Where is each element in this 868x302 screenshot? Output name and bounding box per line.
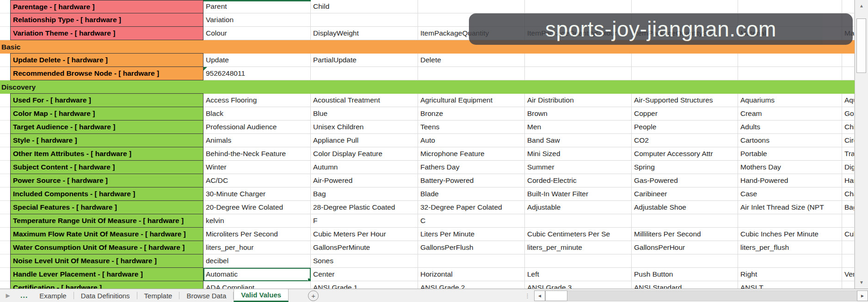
attribute-label-cell[interactable]: Used For - [ hardware ] [10, 93, 203, 107]
cell[interactable] [311, 67, 418, 80]
cell[interactable]: Case [738, 187, 842, 201]
attribute-label-cell[interactable]: Other Item Attributes - [ hardware ] [10, 147, 203, 161]
cell[interactable]: Professional Audience [203, 121, 311, 134]
cell[interactable]: 28-Degree Plastic Coated [311, 201, 418, 214]
cell[interactable]: Acoustical Treatment [311, 94, 418, 107]
cell[interactable]: Men [525, 121, 632, 134]
cell[interactable]: Center [311, 268, 418, 281]
cell[interactable]: Animals [203, 134, 311, 147]
attribute-label-cell[interactable]: Certification - [ hardware ] [10, 281, 203, 289]
cell[interactable]: Agricultural Equipment [418, 94, 525, 107]
tab-scroll-icon[interactable]: ▶ [0, 289, 16, 302]
cell[interactable]: Winter [203, 161, 311, 174]
cell[interactable]: 32-Degree Paper Colated [418, 201, 525, 214]
horizontal-scrollbar-track[interactable] [567, 290, 857, 301]
cell[interactable]: Blue [311, 107, 418, 121]
cell[interactable]: Microliters Per Second [203, 228, 311, 241]
cell[interactable]: Blade [418, 187, 525, 201]
cell[interactable] [632, 214, 738, 228]
cell[interactable]: Cream [738, 107, 842, 121]
cell[interactable]: Portable [738, 147, 842, 161]
tab-valid-values[interactable]: Valid Values [234, 289, 289, 302]
cell[interactable] [525, 214, 632, 228]
cell[interactable] [418, 67, 525, 80]
tab-overflow-ellipsis[interactable]: ... [16, 289, 32, 302]
cell[interactable]: Autumn [311, 161, 418, 174]
cell[interactable] [842, 0, 855, 13]
cell[interactable]: Charger [842, 187, 855, 201]
cell[interactable] [632, 254, 738, 268]
cell[interactable]: Bronze [418, 107, 525, 121]
attribute-label-cell[interactable]: Noise Level Unit Of Measure - [ hardware… [10, 254, 203, 268]
attribute-label-cell[interactable]: Temperature Range Unit Of Measure - [ ha… [10, 214, 203, 228]
cell[interactable]: Battery-Powered [418, 174, 525, 187]
cell[interactable]: Liters Per Minute [418, 228, 525, 241]
cell[interactable] [632, 0, 738, 13]
cell[interactable] [738, 67, 842, 80]
cell[interactable]: Update [203, 54, 311, 67]
cell[interactable]: Milliliters Per Second [632, 228, 738, 241]
cell[interactable]: Cartoons [738, 134, 842, 147]
cell[interactable]: GallonsPerHour [632, 241, 738, 254]
cell[interactable]: Hand-Powered [738, 174, 842, 187]
attribute-label-cell[interactable]: Color Map - [ hardware ] [10, 107, 203, 121]
cell[interactable]: Cubic [842, 228, 855, 241]
cell[interactable]: ANSI Standard [632, 281, 738, 289]
cell[interactable]: ANSI T [738, 281, 842, 289]
cell[interactable]: ANSI Grade 1 [311, 281, 418, 289]
cell[interactable] [525, 54, 632, 67]
attribute-label-cell[interactable]: Maximum Flow Rate Unit Of Measure - [ ha… [10, 227, 203, 241]
scroll-up-icon[interactable]: ▲ [855, 0, 868, 11]
add-sheet-button[interactable]: + [308, 290, 319, 301]
cell[interactable]: Travel [842, 147, 855, 161]
cell[interactable]: Gas-Powered [632, 174, 738, 187]
cell[interactable] [842, 214, 855, 228]
cell[interactable]: Air-Powered [311, 174, 418, 187]
cell[interactable]: Vertical [842, 268, 855, 281]
attribute-label-cell[interactable]: Water Consumption Unit Of Measure - [ ha… [10, 241, 203, 254]
cell[interactable]: liters_per_hour [203, 241, 311, 254]
cell[interactable]: CO2 [632, 134, 738, 147]
cell[interactable] [525, 0, 632, 13]
cell[interactable]: Adjustable Shoe [632, 201, 738, 214]
scroll-right-icon[interactable]: ► [857, 290, 868, 301]
cell[interactable]: Behind-the-Neck Feature [203, 147, 311, 161]
cell[interactable]: decibel [203, 254, 311, 268]
cell[interactable]: Auto [418, 134, 525, 147]
cell[interactable]: Computer Accessory Attr [632, 147, 738, 161]
cell[interactable]: Cubic Meters Per Hour [311, 228, 418, 241]
cell[interactable]: 30-Minute Charger [203, 187, 311, 201]
attribute-label-cell[interactable]: Update Delete - [ hardware ] [10, 53, 203, 67]
fill-handle[interactable] [308, 278, 311, 281]
attribute-label-cell[interactable]: Power Source - [ hardware ] [10, 174, 203, 187]
cell[interactable]: ADA Compliant [203, 281, 311, 289]
cell[interactable]: Teens [418, 121, 525, 134]
cell[interactable]: F [311, 214, 418, 228]
cell[interactable]: ANSI Grade 3 [525, 281, 632, 289]
section-band-label[interactable]: Discovery [0, 80, 855, 94]
cell[interactable]: Access Flooring [203, 94, 311, 107]
cell[interactable]: Hardwired [842, 174, 855, 187]
cell[interactable]: Mini Sized [525, 147, 632, 161]
cell[interactable] [418, 254, 525, 268]
scroll-down-icon[interactable]: ▼ [855, 277, 868, 288]
cell[interactable]: Adults [738, 121, 842, 134]
cell[interactable]: Bagger [842, 201, 855, 214]
cell[interactable]: AC/DC [203, 174, 311, 187]
tab-data-definitions[interactable]: Data Definitions [74, 289, 137, 302]
cell[interactable]: Gold [842, 107, 855, 121]
cell[interactable]: Digital [842, 161, 855, 174]
cell[interactable]: Horizontal [418, 268, 525, 281]
cell[interactable]: Air Inlet Thread Size (NPT [738, 201, 842, 214]
cell[interactable] [738, 54, 842, 67]
attribute-label-cell[interactable]: Subject Content - [ hardware ] [10, 160, 203, 174]
cell[interactable]: liters_per_minute [525, 241, 632, 254]
cell[interactable]: Black [203, 107, 311, 121]
cell[interactable]: kelvin [203, 214, 311, 228]
cell[interactable]: Children [842, 121, 855, 134]
cell[interactable]: Unisex Children [311, 121, 418, 134]
horizontal-scrollbar[interactable]: ◄ ► [534, 289, 868, 302]
cell[interactable] [525, 67, 632, 80]
cell[interactable] [525, 254, 632, 268]
scroll-left-icon[interactable]: ◄ [534, 290, 545, 301]
